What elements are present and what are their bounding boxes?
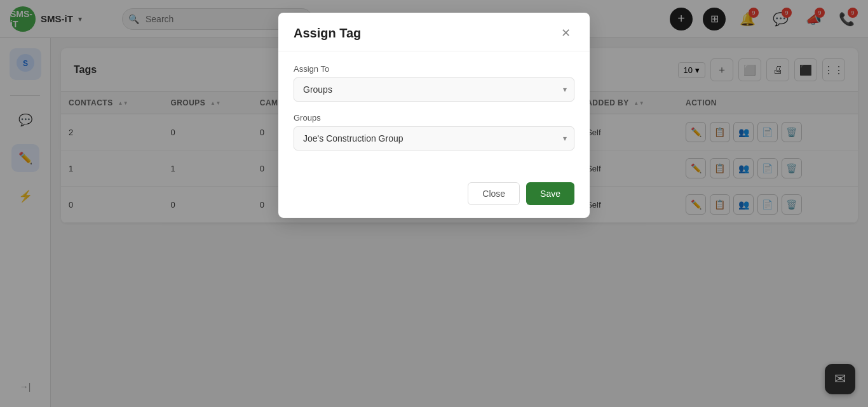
- groups-select[interactable]: Joe's Construction Group Other Group: [294, 126, 574, 150]
- groups-label: Groups: [294, 113, 574, 123]
- assign-to-select-wrapper: Groups Contacts Campaigns ▾: [294, 77, 574, 102]
- groups-form-group: Groups Joe's Construction Group Other Gr…: [294, 113, 574, 150]
- modal-footer: Close Save: [278, 175, 590, 218]
- assign-to-group: Assign To Groups Contacts Campaigns ▾: [294, 64, 574, 102]
- assign-tag-modal: Assign Tag ✕ Assign To Groups Contacts C…: [278, 13, 590, 218]
- modal-title: Assign Tag: [294, 26, 361, 41]
- assign-to-label: Assign To: [294, 64, 574, 74]
- close-button[interactable]: Close: [468, 182, 520, 205]
- modal-overlay: Assign Tag ✕ Assign To Groups Contacts C…: [0, 0, 868, 407]
- close-icon: ✕: [561, 26, 571, 40]
- save-button[interactable]: Save: [526, 182, 574, 205]
- modal-body: Assign To Groups Contacts Campaigns ▾ Gr…: [278, 51, 590, 175]
- modal-header: Assign Tag ✕: [278, 13, 590, 51]
- groups-select-wrapper: Joe's Construction Group Other Group ▾: [294, 126, 574, 150]
- assign-to-select[interactable]: Groups Contacts Campaigns: [294, 77, 574, 102]
- modal-close-button[interactable]: ✕: [557, 24, 574, 42]
